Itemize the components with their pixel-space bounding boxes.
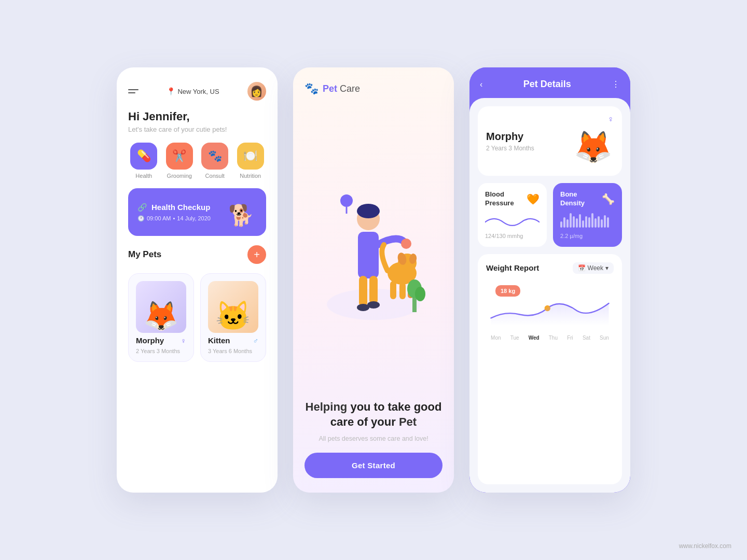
svg-rect-2 [359, 276, 367, 307]
day-tue: Tue [510, 335, 519, 341]
heart-icon: 🧡 [527, 193, 540, 205]
bone-number: 2.2 [560, 233, 568, 239]
get-started-button[interactable]: Get Started [305, 453, 442, 478]
blood-pressure-header: Blood Pressure 🧡 [485, 190, 540, 208]
morphy-age: 2 Years 3 Months [136, 348, 186, 354]
weight-header: Weight Report 📅 Week ▾ [486, 262, 614, 274]
pet-gender-symbol: ♀ [607, 115, 614, 124]
bone-density-value: 2.2 µ/mg [560, 232, 615, 240]
category-nutrition-label: Nutrition [240, 173, 261, 179]
headline-light: Helping [306, 400, 351, 413]
category-consult[interactable]: 🐾 Consult [199, 143, 231, 179]
week-selector[interactable]: 📅 Week ▾ [573, 262, 614, 274]
morphy-gender: ♀ [181, 337, 187, 345]
bp-wave [485, 212, 540, 228]
blood-pressure-title: Blood Pressure [485, 190, 527, 208]
checkup-time: 🕐 09:00 AM • 14 July, 2020 [137, 215, 211, 222]
greeting: Hi Jennifer, Let's take care of your cut… [128, 110, 266, 133]
category-consult-label: Consult [205, 173, 225, 179]
calendar-icon: 📅 [578, 264, 586, 272]
checkup-info: 🔗 Health Checkup 🕐 09:00 AM • 14 July, 2… [137, 203, 211, 222]
pets-grid: 🦊 Morphy ♀ 2 Years 3 Months 🐱 Kitten ♂ 3… [128, 273, 266, 362]
details-title: Pet Details [523, 79, 571, 90]
pet-card-kitten[interactable]: 🐱 Kitten ♂ 3 Years 6 Months [200, 273, 266, 362]
greeting-name: Hi Jennifer, [128, 110, 266, 123]
my-pets-header: My Pets + [128, 245, 266, 264]
back-button[interactable]: ‹ [480, 80, 482, 89]
bone-unit: µ/mg [568, 233, 583, 239]
petcare-brand-suffix: Care [337, 83, 360, 94]
petcare-sub: All pets deserves some care and love! [305, 435, 442, 442]
day-fri: Fri [567, 335, 573, 341]
morphy-info: Morphy ♀ [136, 336, 186, 345]
nutrition-icon: 🍽️ [237, 143, 264, 170]
location-pin-icon: 📍 [167, 87, 175, 95]
dog-icon: 🐕 [228, 203, 254, 228]
bone-density-chart [560, 212, 615, 228]
svg-point-18 [415, 287, 425, 301]
day-sun: Sun [600, 335, 609, 341]
category-health[interactable]: 💊 Health [128, 143, 160, 179]
category-nutrition[interactable]: 🍽️ Nutrition [235, 143, 267, 179]
checkup-title: 🔗 Health Checkup [137, 203, 211, 212]
checkup-date-text: 14 July, 2020 [177, 215, 211, 221]
add-pet-button[interactable]: + [247, 245, 266, 264]
blood-pressure-card: Blood Pressure 🧡 124/130 mmhg [478, 183, 547, 247]
kitten-gender: ♂ [253, 337, 259, 345]
pet-profile-info: Morphy 2 Years 3 Months [486, 131, 534, 152]
svg-rect-3 [369, 276, 378, 304]
health-icon: 💊 [130, 143, 157, 170]
pet-card-morphy[interactable]: 🦊 Morphy ♀ 2 Years 3 Months [128, 273, 194, 362]
petcare-screen: 🐾 Pet Care [293, 67, 454, 493]
svg-point-7 [357, 204, 380, 218]
chevron-down-icon: ▾ [605, 264, 608, 272]
category-grooming-label: Grooming [167, 173, 192, 179]
details-content: Morphy 2 Years 3 Months ♀ 🦊 Blood Pressu… [469, 98, 630, 493]
top-bar: 📍 New York, US 👩 [128, 82, 266, 101]
week-label: Week [588, 264, 603, 272]
bone-density-header: Bone Density 🦴 [560, 190, 615, 208]
location-display: 📍 New York, US [167, 87, 219, 95]
hamburger-menu[interactable] [128, 89, 139, 93]
day-wed: Wed [529, 335, 540, 341]
checkup-card[interactable]: 🔗 Health Checkup 🕐 09:00 AM • 14 July, 2… [128, 188, 266, 236]
morphy-name: Morphy [136, 336, 164, 345]
pet-profile-age: 2 Years 3 Months [486, 145, 534, 152]
category-grooming[interactable]: ✂️ Grooming [164, 143, 196, 179]
kitten-info: Kitten ♂ [208, 336, 258, 345]
svg-rect-13 [390, 281, 396, 299]
weight-report-title: Weight Report [486, 263, 539, 272]
kitten-name: Kitten [208, 336, 230, 345]
avatar[interactable]: 👩 [247, 82, 266, 101]
grooming-icon: ✂️ [166, 143, 193, 170]
home-screen: 📍 New York, US 👩 Hi Jennifer, Let's take… [117, 67, 278, 493]
category-health-label: Health [135, 173, 152, 179]
day-thu: Thu [549, 335, 558, 341]
bone-density-title: Bone Density [560, 190, 602, 208]
details-header: ‹ Pet Details ⋮ [469, 67, 630, 98]
petcare-headline: Helping you to take good care of your Pe… [305, 399, 442, 430]
weight-report-card: Weight Report 📅 Week ▾ 18 kg [478, 254, 622, 484]
bone-icon: 🦴 [602, 193, 615, 205]
checkup-dog-illustration: 🐕 [226, 197, 257, 228]
hero-illustration [311, 159, 436, 335]
svg-rect-14 [399, 283, 406, 299]
checkup-separator: • [173, 215, 175, 221]
consult-icon: 🐾 [201, 143, 228, 170]
day-sat: Sat [583, 335, 590, 341]
watermark: www.nickelfox.com [679, 542, 731, 550]
bone-density-card: Bone Density 🦴 [553, 183, 622, 247]
pet-detail-illustration: 🦊 [572, 126, 614, 167]
weight-chart: 18 kg [486, 280, 614, 332]
categories-grid: 💊 Health ✂️ Grooming 🐾 Consult 🍽️ Nutrit… [128, 143, 266, 179]
clock-icon: 🕐 [137, 215, 145, 222]
petcare-hero [305, 106, 442, 389]
more-button[interactable]: ⋮ [612, 79, 620, 89]
bp-unit: mmhg [506, 233, 523, 239]
petcare-brand: Pet [323, 83, 337, 94]
weight-badge: 18 kg [495, 285, 520, 297]
chart-day-labels: Mon Tue Wed Thu Fri Sat Sun [486, 335, 614, 341]
blood-pressure-value: 124/130 mmhg [485, 232, 540, 240]
location-text: New York, US [177, 88, 219, 95]
paw-icon: 🐾 [305, 82, 319, 95]
